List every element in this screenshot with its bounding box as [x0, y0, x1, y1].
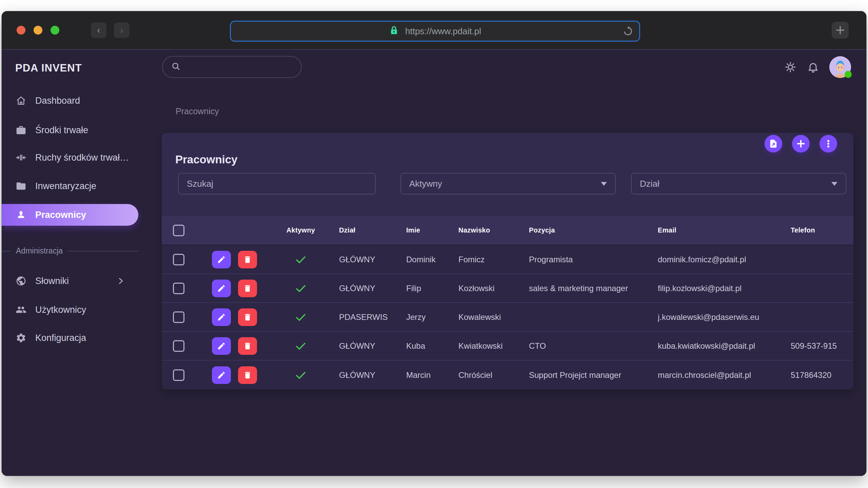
filter-department-select[interactable]: Dział [631, 173, 846, 195]
delete-button[interactable] [238, 251, 257, 268]
window-close-button[interactable] [17, 26, 25, 35]
global-search-input[interactable] [186, 62, 288, 72]
cell-telefon: 509-537-915 [774, 332, 853, 360]
cell-pozycja: sales & marketing manager [513, 274, 642, 302]
window-zoom-button[interactable] [51, 26, 59, 35]
row-checkbox[interactable] [173, 254, 184, 265]
more-options-button[interactable] [820, 135, 837, 152]
cell-nazwisko: Fomicz [442, 245, 513, 273]
briefcase-icon [15, 124, 27, 136]
gear-icon [15, 332, 27, 344]
active-check-icon [295, 282, 307, 294]
cell-dzial: GŁÓWNY [323, 332, 390, 360]
cell-nazwisko: Chróściel [442, 361, 513, 389]
sidebar-item-pracownicy[interactable]: Pracownicy [2, 204, 138, 226]
delete-button[interactable] [238, 366, 257, 384]
export-button[interactable] [765, 135, 782, 152]
row-checkbox[interactable] [173, 340, 184, 352]
trash-icon [243, 313, 252, 322]
column-header-imie: Imie [390, 216, 442, 245]
row-checkbox[interactable] [173, 283, 184, 294]
cell-email: kuba.kwiatkowski@pdait.pl [642, 332, 774, 360]
cell-email: filip.kozlowski@pdait.pl [642, 274, 774, 302]
filter-department-value: Dział [640, 179, 659, 189]
page-title: Pracownicy [175, 153, 237, 166]
sidebar-item-konfiguracja[interactable]: Konfiguracja [2, 327, 138, 349]
employees-card: Pracownicy [162, 133, 853, 389]
sidebar-item-label: Dashboard [35, 96, 80, 106]
plus-icon [796, 139, 806, 149]
edit-button[interactable] [212, 366, 231, 384]
sidebar: PDA INVENT Dashboard Środki trwałe [2, 50, 138, 476]
app-logo: PDA INVENT [15, 62, 82, 74]
address-bar[interactable]: https://www.pdait.pl [230, 21, 640, 42]
cell-telefon: 517864320 [774, 361, 853, 389]
filter-status-select[interactable]: Aktywny [400, 173, 616, 195]
select-all-checkbox[interactable] [173, 225, 184, 236]
delete-button[interactable] [238, 280, 257, 297]
cell-email: marcin.chrosciel@pdait.pl [642, 361, 774, 389]
edit-button[interactable] [212, 337, 231, 355]
online-status-dot [845, 71, 852, 78]
edit-button[interactable] [212, 251, 231, 268]
add-employee-button[interactable] [792, 135, 810, 152]
table-header-row: Aktywny Dział Imie Nazwisko Pozycja Emai… [162, 216, 853, 245]
cell-imie: Marcin [390, 361, 442, 389]
sidebar-item-ruchy[interactable]: Ruchy środków trwał… [2, 147, 138, 168]
table-row: GŁÓWNY Filip Kozłowski sales & marketing… [162, 274, 853, 303]
avatar[interactable] [829, 56, 851, 78]
sidebar-item-label: Użytkownicy [35, 305, 86, 315]
cell-nazwisko: Kozłowski [442, 274, 513, 302]
back-button[interactable]: ‹ [91, 22, 106, 38]
column-header-dzial: Dział [323, 216, 390, 245]
theme-toggle-button[interactable] [784, 61, 797, 74]
sidebar-item-label: Pracownicy [35, 210, 86, 220]
section-label: Administracja [16, 246, 63, 256]
table-row: GŁÓWNY Kuba Kwiatkowski CTO kuba.kwiatko… [162, 332, 853, 361]
delete-button[interactable] [238, 337, 257, 355]
column-header-email: Email [642, 216, 774, 245]
pencil-icon [217, 371, 226, 380]
column-header-nazwisko: Nazwisko [442, 216, 513, 245]
delete-button[interactable] [238, 308, 257, 326]
home-icon [15, 95, 27, 106]
cell-telefon [774, 274, 853, 302]
sidebar-item-uzytkownicy[interactable]: Użytkownicy [2, 299, 138, 321]
folder-icon [15, 180, 27, 192]
cell-imie: Dominik [390, 245, 442, 273]
cell-imie: Kuba [390, 332, 442, 360]
filter-search-input[interactable] [178, 173, 376, 195]
forward-button[interactable]: › [114, 22, 130, 38]
edit-button[interactable] [212, 308, 231, 326]
sidebar-item-dashboard[interactable]: Dashboard [2, 90, 138, 111]
sidebar-item-label: Ruchy środków trwał… [35, 152, 129, 163]
global-search[interactable] [162, 56, 302, 78]
actions-column-header [201, 216, 279, 245]
sidebar-section-administracja: Administracja [2, 246, 138, 256]
window-minimize-button[interactable] [34, 26, 42, 35]
cell-dzial: GŁÓWNY [323, 361, 390, 389]
kebab-menu-icon [823, 139, 833, 149]
sidebar-item-srodki-trwale[interactable]: Środki trwałe [2, 119, 138, 141]
notifications-button[interactable] [807, 61, 820, 74]
column-header-telefon: Telefon [774, 216, 853, 245]
cell-dzial: GŁÓWNY [323, 245, 390, 273]
cell-imie: Jerzy [390, 303, 442, 331]
row-checkbox[interactable] [173, 311, 184, 323]
pencil-icon [217, 342, 226, 350]
breadcrumb: Pracownicy [176, 106, 219, 116]
reload-icon[interactable] [622, 25, 634, 37]
column-header-pozycja: Pozycja [513, 216, 642, 245]
active-check-icon [295, 311, 307, 323]
worker-icon [15, 209, 27, 221]
sidebar-item-slowniki[interactable]: Słowniki [2, 270, 138, 292]
browser-chrome: ‹ › https://www.pdait.pl [2, 11, 866, 49]
sidebar-item-inwentaryzacje[interactable]: Inwentaryzacje [2, 175, 138, 197]
cell-telefon [774, 303, 853, 331]
browser-window: ‹ › https://www.pdait.pl [2, 11, 866, 476]
cell-nazwisko: Kowalewski [442, 303, 513, 331]
cell-dzial: GŁÓWNY [323, 274, 390, 302]
row-checkbox[interactable] [173, 369, 184, 381]
new-tab-button[interactable] [832, 22, 849, 39]
edit-button[interactable] [212, 280, 231, 297]
